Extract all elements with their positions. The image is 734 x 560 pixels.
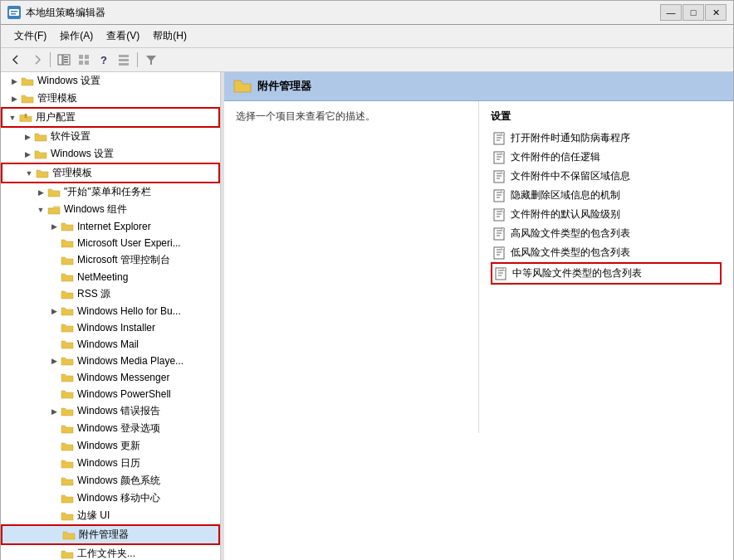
toolbar-help[interactable]: ? xyxy=(95,51,113,69)
svg-rect-15 xyxy=(119,63,129,66)
svg-rect-14 xyxy=(119,59,129,61)
settings-item-label-6: 高风险文件类型的包含列表 xyxy=(511,226,630,241)
settings-item-4[interactable]: 隐藏删除区域信息的机制 xyxy=(491,186,722,205)
toolbar-back[interactable] xyxy=(7,51,26,69)
svg-rect-7 xyxy=(64,59,68,61)
label-win-hello: Windows Hello for Bu... xyxy=(77,305,181,317)
expander-software-settings[interactable]: ▶ xyxy=(21,130,34,144)
folder-icon-win-color xyxy=(61,475,74,487)
tree-node-software-settings[interactable]: ▶ 软件设置 xyxy=(1,128,220,145)
tree-node-admin-templates[interactable]: ▼ 管理模板 xyxy=(1,163,220,183)
tree-node-admin-templates-top[interactable]: ▶ 管理模板 xyxy=(1,90,220,107)
svg-rect-13 xyxy=(119,55,129,57)
svg-marker-27 xyxy=(502,152,504,154)
tree-node-win-hello[interactable]: ▶ Windows Hello for Bu... xyxy=(1,303,220,319)
settings-item-3[interactable]: 文件附件中不保留区域信息 xyxy=(491,167,722,186)
tree-node-netmeeting[interactable]: ▶ NetMeeting xyxy=(1,269,220,285)
tree-node-win-calendar[interactable]: ▶ Windows 日历 xyxy=(1,455,220,472)
tree-node-ms-user-exp[interactable]: ▶ Microsoft User Experi... xyxy=(1,235,220,251)
settings-item-label-7: 低风险文件类型的包含列表 xyxy=(511,246,630,260)
title-bar: 本地组策略编辑器 — □ ✕ xyxy=(1,1,733,25)
toolbar-show-hide[interactable] xyxy=(55,51,73,69)
tree-node-win-settings-top[interactable]: ▶ Windows 设置 xyxy=(1,72,220,90)
title-text: 本地组策略编辑器 xyxy=(26,6,105,20)
label-win-error: Windows 错误报告 xyxy=(77,404,160,418)
tree-node-win-logon[interactable]: ▶ Windows 登录选项 xyxy=(1,420,220,437)
tree-node-win-settings[interactable]: ▶ Windows 设置 xyxy=(1,145,220,163)
menu-help[interactable]: 帮助(H) xyxy=(146,27,193,45)
settings-item-icon-5 xyxy=(492,208,506,222)
content-panel: 附件管理器 选择一个项目来查看它的描述。 设置 打开附件时通知防病毒程序 xyxy=(224,72,733,560)
menu-view[interactable]: 查看(V) xyxy=(100,27,146,45)
label-rss: RSS 源 xyxy=(77,287,110,301)
folder-icon-win-settings-top xyxy=(21,75,34,87)
label-win-mail: Windows Mail xyxy=(77,338,139,350)
settings-item-5[interactable]: 文件附件的默认风险级别 xyxy=(491,205,722,224)
label-win-calendar: Windows 日历 xyxy=(77,456,140,470)
settings-item-7[interactable]: 低风险文件类型的包含列表 xyxy=(491,243,722,262)
tree-node-win-powershell[interactable]: ▶ Windows PowerShell xyxy=(1,386,220,402)
settings-item-8[interactable]: 中等风险文件类型的包含列表 xyxy=(491,262,722,285)
tree-node-win-update[interactable]: ▶ Windows 更新 xyxy=(1,437,220,455)
tree-node-attachment-mgr[interactable]: ▶ 附件管理器 xyxy=(1,524,220,545)
expander-ie[interactable]: ▶ xyxy=(47,220,61,233)
svg-rect-2 xyxy=(11,11,17,12)
tree-node-ms-mgmt[interactable]: ▶ Microsoft 管理控制台 xyxy=(1,251,220,269)
tree-node-win-error[interactable]: ▶ Windows 错误报告 xyxy=(1,402,220,420)
expander-user-config[interactable]: ▼ xyxy=(6,111,19,124)
expander-win-hello[interactable]: ▶ xyxy=(47,304,61,318)
svg-rect-6 xyxy=(64,56,68,58)
expander-win-settings[interactable]: ▶ xyxy=(21,148,34,161)
svg-point-17 xyxy=(24,114,27,117)
expander-start-menu[interactable]: ▶ xyxy=(34,186,47,199)
tree-node-win-color[interactable]: ▶ Windows 颜色系统 xyxy=(1,472,220,489)
menu-action[interactable]: 操作(A) xyxy=(53,27,100,45)
tree-node-ie[interactable]: ▶ Internet Explorer xyxy=(1,218,220,235)
svg-marker-42 xyxy=(502,209,504,212)
menu-file[interactable]: 文件(F) xyxy=(7,27,53,45)
label-win-media: Windows Media Playe... xyxy=(77,355,184,367)
menu-bar: 文件(F) 操作(A) 查看(V) 帮助(H) xyxy=(1,25,733,48)
expander-win-error[interactable]: ▶ xyxy=(47,405,61,418)
label-win-color: Windows 颜色系统 xyxy=(77,474,160,488)
minimize-button[interactable]: — xyxy=(660,4,682,21)
expander-win-components[interactable]: ▼ xyxy=(34,203,47,217)
folder-icon-win-hello xyxy=(61,305,74,317)
settings-item-icon-8 xyxy=(494,267,507,280)
tree-node-win-components[interactable]: ▼ Windows 组件 xyxy=(1,201,220,218)
tree-node-win-installer[interactable]: ▶ Windows Installer xyxy=(1,319,220,336)
toolbar-filter[interactable] xyxy=(142,51,160,69)
settings-title: 设置 xyxy=(491,110,722,124)
label-ie: Internet Explorer xyxy=(77,221,151,232)
folder-icon-software-settings xyxy=(34,131,47,143)
toolbar-view2[interactable] xyxy=(115,51,133,69)
expander-admin-templates-top[interactable]: ▶ xyxy=(7,92,21,105)
expander-win-settings-top[interactable]: ▶ xyxy=(7,75,21,88)
tree-node-user-config[interactable]: ▼ 用户配置 xyxy=(1,107,220,128)
toolbar-forward[interactable] xyxy=(27,51,46,69)
tree-node-start-menu[interactable]: ▶ "开始"菜单和任务栏 xyxy=(1,183,220,201)
tree-node-win-mobility[interactable]: ▶ Windows 移动中心 xyxy=(1,489,220,507)
tree-node-sidebar-ui[interactable]: ▶ 边缘 UI xyxy=(1,507,220,524)
settings-item-6[interactable]: 高风险文件类型的包含列表 xyxy=(491,224,722,243)
expander-admin-templates[interactable]: ▼ xyxy=(22,167,36,180)
settings-item-1[interactable]: 打开附件时通知防病毒程序 xyxy=(491,129,722,148)
maximize-button[interactable]: □ xyxy=(683,4,704,21)
close-button[interactable]: ✕ xyxy=(705,4,727,21)
app-icon xyxy=(7,6,21,19)
tree-node-win-mail[interactable]: ▶ Windows Mail xyxy=(1,336,220,353)
tree-node-rss[interactable]: ▶ RSS 源 xyxy=(1,285,220,303)
settings-item-label-4: 隐藏删除区域信息的机制 xyxy=(511,188,620,202)
toolbar-view1[interactable] xyxy=(75,51,93,69)
tree-node-win-messenger[interactable]: ▶ Windows Messenger xyxy=(1,369,220,386)
label-win-settings: Windows 设置 xyxy=(51,147,114,161)
tree-node-win-media[interactable]: ▶ Windows Media Playe... xyxy=(1,353,220,369)
folder-icon-netmeeting xyxy=(61,271,74,283)
main-layout: ▶ Windows 设置 ▶ 管理模板 ▼ xyxy=(1,72,733,560)
tree-panel[interactable]: ▶ Windows 设置 ▶ 管理模板 ▼ xyxy=(1,72,221,560)
settings-item-2[interactable]: 文件附件的信任逻辑 xyxy=(491,148,722,167)
tree-node-work-folder[interactable]: ▶ 工作文件夹... xyxy=(1,545,220,560)
label-software-settings: 软件设置 xyxy=(51,129,91,144)
label-start-menu: "开始"菜单和任务栏 xyxy=(64,185,151,199)
expander-win-media[interactable]: ▶ xyxy=(47,354,61,368)
